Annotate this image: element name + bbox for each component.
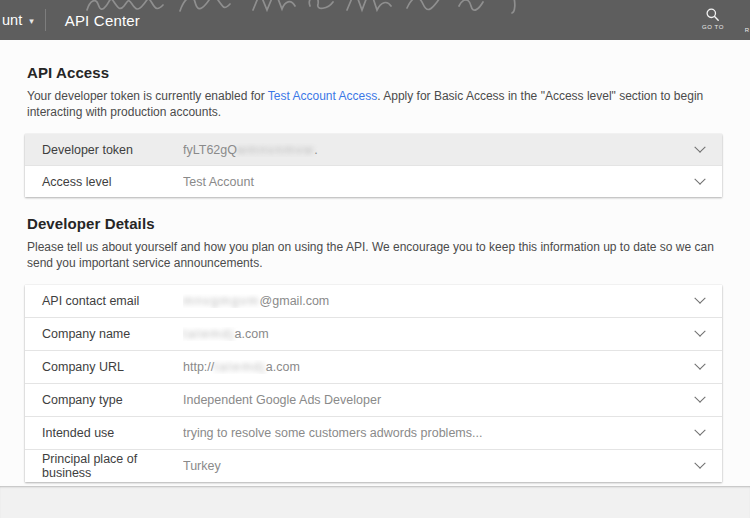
clipped-nav-item[interactable]: R <box>745 27 749 33</box>
header-divider <box>45 9 46 31</box>
redacted-text: tatemdj <box>214 360 266 374</box>
chevron-down-icon[interactable] <box>694 425 705 436</box>
row-label: Principal place of business <box>42 452 183 480</box>
redacted-text: wmnvnmvw <box>237 143 314 157</box>
handwriting-scribble <box>85 0 530 14</box>
chevron-down-icon[interactable] <box>694 293 705 304</box>
caret-down-icon: ▾ <box>29 16 34 26</box>
row-value: Test Account <box>183 175 696 189</box>
goto-search[interactable]: GO TO <box>702 7 724 30</box>
table-row[interactable]: Company nametatemdja.com <box>25 317 722 350</box>
row-label: Company type <box>42 393 183 407</box>
chevron-down-icon[interactable] <box>694 326 705 337</box>
chevron-down-icon[interactable] <box>694 359 705 370</box>
table-row[interactable]: Access levelTest Account <box>25 165 722 197</box>
row-value: tatemdja.com <box>183 327 696 341</box>
row-value: fyLT62gQwmnvnmvw. <box>183 143 696 157</box>
row-value: Turkey <box>183 459 696 473</box>
api-access-table: Developer tokenfyLT62gQwmnvnmvw.Access l… <box>25 134 722 197</box>
description-text-before: Your developer token is currently enable… <box>27 89 268 103</box>
api-center-page: unt ▾ API Center GO TO R API Access Your… <box>0 0 750 482</box>
bottom-strip <box>0 486 750 518</box>
row-value: trying to resolve some customers adwords… <box>183 426 696 440</box>
search-icon <box>705 7 720 22</box>
row-value: mnvgmgvm@gmail.com <box>183 294 696 308</box>
api-access-description: Your developer token is currently enable… <box>27 88 723 120</box>
row-label: Developer token <box>42 143 183 157</box>
table-row[interactable]: API contact emailmnvgmgvm@gmail.com <box>25 285 722 317</box>
table-row[interactable]: Company typeIndependent Google Ads Devel… <box>25 383 722 416</box>
redacted-text: tatemdj <box>183 327 235 341</box>
api-access-section: API Access Your developer token is curre… <box>27 64 723 197</box>
top-navigation-bar: unt ▾ API Center GO TO R <box>0 0 750 40</box>
redacted-text: mnvgmgvm <box>183 294 260 308</box>
row-label: Company name <box>42 327 183 341</box>
table-row[interactable]: Developer tokenfyLT62gQwmnvnmvw. <box>25 134 722 165</box>
chevron-down-icon[interactable] <box>694 458 705 469</box>
test-account-access-link[interactable]: Test Account Access <box>268 89 377 103</box>
row-label: API contact email <box>42 294 183 308</box>
developer-details-table: API contact emailmnvgmgvm@gmail.comCompa… <box>25 285 722 482</box>
goto-label: GO TO <box>702 24 724 30</box>
developer-details-section: Developer Details Please tell us about y… <box>27 215 723 482</box>
clipped-nav-label: R <box>745 27 749 33</box>
developer-details-description: Please tell us about yourself and how yo… <box>27 239 723 271</box>
table-row[interactable]: Company URLhttp://tatemdja.com <box>25 350 722 383</box>
page-title: API Center <box>65 12 140 29</box>
row-label: Intended use <box>42 426 183 440</box>
chevron-down-icon[interactable] <box>694 173 705 184</box>
row-value: Independent Google Ads Developer <box>183 393 696 407</box>
chevron-down-icon[interactable] <box>694 392 705 403</box>
row-value: http://tatemdja.com <box>183 360 696 374</box>
row-label: Access level <box>42 175 183 189</box>
developer-details-title: Developer Details <box>27 215 723 232</box>
table-row[interactable]: Principal place of businessTurkey <box>25 449 722 482</box>
row-label: Company URL <box>42 360 183 374</box>
chevron-down-icon[interactable] <box>694 141 705 152</box>
account-menu-label: unt <box>2 12 22 28</box>
table-row[interactable]: Intended usetrying to resolve some custo… <box>25 416 722 449</box>
content-area: API Access Your developer token is curre… <box>0 40 750 482</box>
account-menu[interactable]: unt ▾ <box>0 12 34 28</box>
api-access-title: API Access <box>27 64 723 81</box>
